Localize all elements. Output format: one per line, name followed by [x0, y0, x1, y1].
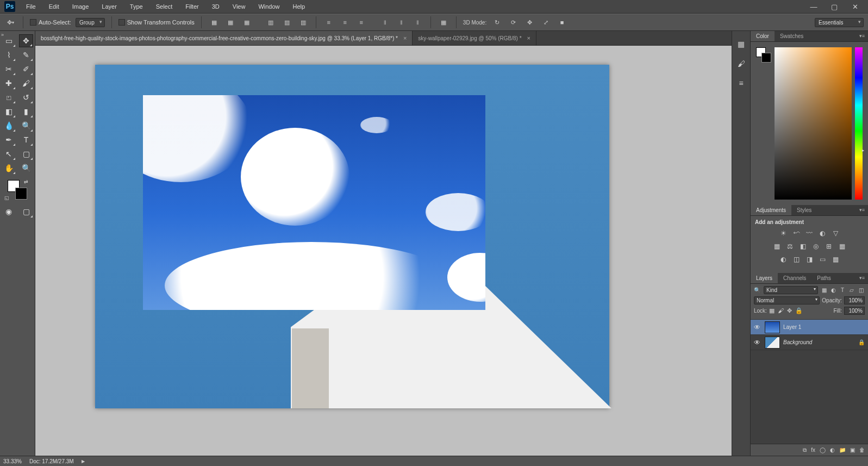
- 3d-slide-icon[interactable]: ⤢: [540, 16, 552, 28]
- opacity-field[interactable]: 100%: [844, 296, 865, 305]
- layer-name[interactable]: Background: [783, 339, 855, 345]
- adjustments-tab[interactable]: Adjustments: [751, 205, 791, 215]
- color-panel-menu-icon[interactable]: ▾≡: [856, 31, 868, 41]
- hue-saturation-icon[interactable]: ▦: [772, 241, 782, 251]
- photo-filter-icon[interactable]: ◎: [811, 241, 821, 251]
- foreground-background-swatches[interactable]: ⇄ ◱: [8, 180, 27, 200]
- layer-visibility-icon[interactable]: 👁: [754, 324, 761, 331]
- menu-file[interactable]: File: [20, 1, 42, 12]
- background-color[interactable]: [15, 188, 27, 200]
- layers-tab[interactable]: Layers: [751, 273, 778, 283]
- channels-tab[interactable]: Channels: [778, 273, 811, 283]
- move-tool-icon[interactable]: ✥▾: [4, 16, 16, 28]
- blend-mode-dropdown[interactable]: Normal: [754, 296, 820, 305]
- clone-stamp-tool[interactable]: ⏍: [2, 91, 16, 104]
- quick-mask-tool[interactable]: ◉: [2, 205, 16, 218]
- menu-window[interactable]: Window: [252, 1, 286, 12]
- filter-smart-icon[interactable]: ◫: [857, 287, 865, 293]
- new-adjustment-layer-icon[interactable]: ◐: [830, 447, 835, 453]
- lock-transparency-icon[interactable]: ▦: [769, 307, 775, 314]
- layer-item-background[interactable]: 👁 Background 🔒: [751, 335, 868, 350]
- default-colors-icon[interactable]: ◱: [4, 195, 9, 201]
- layer-item-1[interactable]: 👁 Layer 1: [751, 320, 868, 335]
- auto-align-icon[interactable]: ▦: [438, 16, 449, 28]
- window-close-button[interactable]: ✕: [847, 3, 863, 11]
- document-tab-2[interactable]: sky-wallpaper-02929.jpg @ 50% (RGB/8) * …: [413, 31, 536, 45]
- distribute-bottom-icon[interactable]: ≡: [355, 16, 367, 28]
- curves-icon[interactable]: 〰: [804, 228, 814, 238]
- history-brush-tool[interactable]: ↺: [19, 91, 33, 104]
- pen-tool[interactable]: ✒: [2, 133, 16, 146]
- layer-name[interactable]: Layer 1: [783, 324, 865, 330]
- menu-view[interactable]: View: [226, 1, 252, 12]
- menu-help[interactable]: Help: [286, 1, 312, 12]
- filter-pixel-icon[interactable]: ▦: [820, 287, 828, 293]
- align-left-edges-icon[interactable]: ▥: [265, 16, 277, 28]
- menu-filter[interactable]: Filter: [179, 1, 205, 12]
- link-layers-icon[interactable]: ⧉: [803, 447, 807, 453]
- hue-slider[interactable]: [855, 47, 863, 200]
- history-panel-icon[interactable]: ▦: [736, 39, 747, 49]
- layer-mask-icon[interactable]: ◯: [820, 447, 826, 453]
- hand-tool[interactable]: ✋: [2, 161, 16, 175]
- document-canvas[interactable]: [95, 65, 609, 408]
- vibrance-icon[interactable]: ▽: [830, 228, 840, 238]
- exposure-icon[interactable]: ◐: [817, 228, 827, 238]
- adjustments-panel-menu-icon[interactable]: ▾≡: [856, 205, 868, 215]
- 3d-scale-icon[interactable]: ■: [556, 16, 568, 28]
- menu-type[interactable]: Type: [123, 1, 149, 12]
- color-panel-swatches[interactable]: [756, 47, 771, 63]
- show-transform-checkbox[interactable]: Show Transform Controls: [118, 19, 195, 26]
- distribute-top-icon[interactable]: ≡: [323, 16, 335, 28]
- move-tool[interactable]: ✥: [19, 34, 33, 47]
- gradient-map-icon[interactable]: ▭: [817, 254, 827, 264]
- eraser-tool[interactable]: ◧: [2, 105, 16, 118]
- layer-filter-kind[interactable]: Kind: [764, 286, 818, 294]
- lock-pixels-icon[interactable]: 🖌: [778, 307, 784, 314]
- align-top-edges-icon[interactable]: ▦: [208, 16, 220, 28]
- threshold-icon[interactable]: ◨: [804, 254, 814, 264]
- rectangular-marquee-tool[interactable]: ▭: [2, 34, 16, 47]
- swap-colors-icon[interactable]: ⇄: [24, 179, 28, 184]
- layer-visibility-icon[interactable]: 👁: [754, 339, 761, 346]
- layer-thumbnail[interactable]: [765, 321, 780, 333]
- styles-tab[interactable]: Styles: [791, 205, 817, 215]
- pasted-sky-layer[interactable]: [143, 95, 485, 310]
- paths-tab[interactable]: Paths: [811, 273, 836, 283]
- rectangle-tool[interactable]: ▢: [19, 147, 33, 160]
- align-vertical-centers-icon[interactable]: ▦: [224, 16, 236, 28]
- channel-mixer-icon[interactable]: ⊞: [824, 241, 834, 251]
- color-field[interactable]: [775, 47, 852, 200]
- align-horizontal-centers-icon[interactable]: ▥: [281, 16, 293, 28]
- menu-image[interactable]: Image: [66, 1, 96, 12]
- distribute-vcenter-icon[interactable]: ≡: [339, 16, 351, 28]
- quick-selection-tool[interactable]: ✎: [19, 48, 33, 61]
- menu-3d[interactable]: 3D: [205, 1, 226, 12]
- menu-layer[interactable]: Layer: [95, 1, 123, 12]
- distribute-hcenter-icon[interactable]: ⦀: [396, 16, 408, 28]
- black-white-icon[interactable]: ◧: [798, 241, 808, 251]
- align-bottom-edges-icon[interactable]: ▦: [241, 16, 253, 28]
- brush-presets-panel-icon[interactable]: 🖌: [736, 58, 747, 69]
- lock-all-icon[interactable]: 🔒: [795, 307, 803, 314]
- color-balance-icon[interactable]: ⚖: [785, 241, 795, 251]
- invert-icon[interactable]: ◐: [778, 254, 788, 264]
- delete-layer-icon[interactable]: 🗑: [859, 447, 865, 453]
- brightness-contrast-icon[interactable]: ☀: [778, 228, 788, 238]
- 3d-roll-icon[interactable]: ⟳: [507, 16, 519, 28]
- lasso-tool[interactable]: ⌇: [2, 48, 16, 61]
- workspace-switcher[interactable]: Essentials: [815, 18, 864, 27]
- 3d-rotate-icon[interactable]: ↻: [491, 16, 503, 28]
- gradient-tool[interactable]: ▮: [19, 105, 33, 118]
- brush-tool[interactable]: 🖌: [19, 77, 33, 90]
- zoom-tool[interactable]: 🔍: [19, 161, 33, 175]
- dodge-tool[interactable]: 🔍: [19, 119, 33, 132]
- layers-panel-menu-icon[interactable]: ▾≡: [856, 273, 868, 283]
- menu-edit[interactable]: Edit: [42, 1, 66, 12]
- zoom-level[interactable]: 33.33%: [3, 458, 22, 464]
- window-minimize-button[interactable]: —: [806, 3, 821, 11]
- distribute-left-icon[interactable]: ⦀: [379, 16, 391, 28]
- menu-select[interactable]: Select: [149, 1, 179, 12]
- window-maximize-button[interactable]: ▢: [827, 3, 842, 11]
- canvas-area[interactable]: [35, 46, 732, 456]
